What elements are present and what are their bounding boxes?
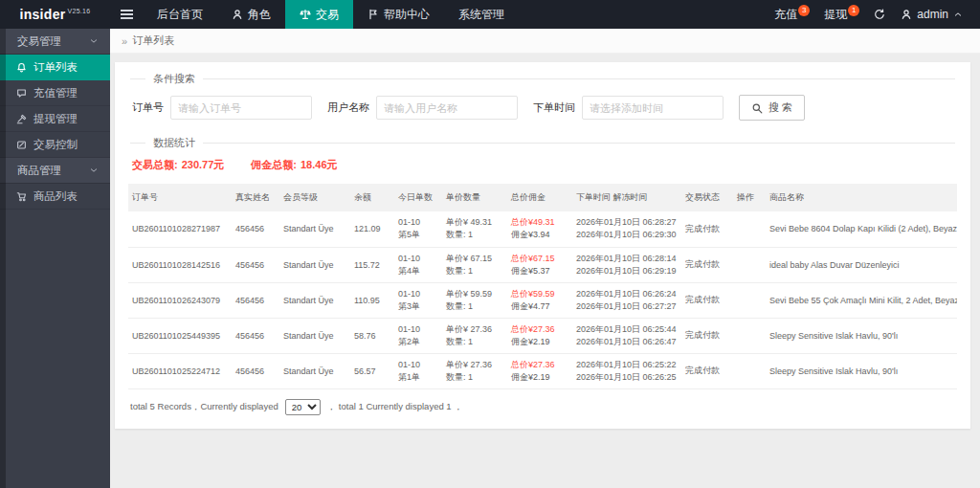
table-row: UB2601101028142516 456456 Standart Üye 1… xyxy=(128,247,957,282)
nav-item-trade[interactable]: 交易 xyxy=(285,0,353,29)
today-count: 第5单 xyxy=(398,229,438,241)
column-header: 交易状态 xyxy=(681,184,733,211)
recharge-badge: 3 xyxy=(798,5,810,16)
user-name-input[interactable] xyxy=(376,96,518,120)
pagination-prefix: total 5 Records，Currently displayed xyxy=(130,401,278,413)
table-row: UB2601101028271987 456456 Standart Üye 1… xyxy=(128,211,957,247)
cell-times: 2026年01月10日 06:25:22 2026年01月10日 06:26:2… xyxy=(572,353,681,388)
order-time: 2026年01月10日 06:28:27 xyxy=(576,216,678,229)
cell-balance: 121.09 xyxy=(350,211,394,247)
sidebar-group-trade[interactable]: 交易管理 xyxy=(0,29,110,55)
column-header: 总价佣金 xyxy=(507,184,572,211)
nav-item-help[interactable]: 帮助中心 xyxy=(353,0,444,29)
cell-action xyxy=(733,353,766,388)
total-commission-label: 佣金总额: xyxy=(251,158,297,172)
cell-action xyxy=(733,282,766,318)
nav-item-home[interactable]: 后台首页 xyxy=(143,0,217,29)
orders-table-body: UB2601101028271987 456456 Standart Üye 1… xyxy=(128,211,957,388)
commission: 佣金¥3.94 xyxy=(511,229,568,241)
unit-price: 单价¥ 59.59 xyxy=(446,288,503,300)
user-menu[interactable]: admin xyxy=(895,8,969,21)
cell-level: Standart Üye xyxy=(279,247,350,282)
cell-status: 完成付款 xyxy=(681,211,733,247)
breadcrumb: » 订单列表 xyxy=(110,29,980,54)
scales-icon xyxy=(300,9,311,20)
today-date: 01-10 xyxy=(398,253,438,265)
today-date: 01-10 xyxy=(398,288,438,300)
column-header: 下单时间 解冻时间 xyxy=(572,184,681,211)
cell-today-orders: 01-10 第5单 xyxy=(394,211,442,247)
cell-balance: 110.95 xyxy=(350,282,394,318)
orders-table-head: 订单号真实姓名会员等级余额今日单数单价数量总价佣金下单时间 解冻时间交易状态操作… xyxy=(128,184,957,211)
user-icon xyxy=(901,9,912,20)
cell-balance: 115.72 xyxy=(350,247,394,282)
order-time: 2026年01月10日 06:25:22 xyxy=(576,359,678,371)
total-price: 总价¥27.36 xyxy=(511,359,568,371)
cell-total-commission: 总价¥67.15 佣金¥5.37 xyxy=(507,247,572,282)
cell-unit-price-qty: 单价¥ 59.59 数量: 1 xyxy=(442,282,507,318)
nav-item-trade-label: 交易 xyxy=(316,7,339,23)
today-count: 第3单 xyxy=(398,300,438,313)
cell-total-commission: 总价¥27.36 佣金¥2.19 xyxy=(507,353,572,388)
search-button[interactable]: 搜 索 xyxy=(739,95,805,121)
unfreeze-time: 2026年01月10日 06:29:19 xyxy=(576,265,678,277)
recharge-link-label: 充值 xyxy=(774,8,797,21)
cell-action xyxy=(733,318,766,353)
cell-real-name: 456456 xyxy=(232,353,279,388)
stats-legend: 数据统计 xyxy=(145,136,203,150)
cell-status: 完成付款 xyxy=(681,318,733,353)
column-header: 余额 xyxy=(350,184,394,211)
withdraw-link[interactable]: 提现 1 xyxy=(814,7,857,23)
sidebar-item-trade-control[interactable]: 交易控制 xyxy=(0,132,110,158)
cell-status: 完成付款 xyxy=(681,247,733,282)
nav-item-system[interactable]: 系统管理 xyxy=(444,0,519,29)
unit-price: 单价¥ 27.36 xyxy=(446,359,503,371)
sidebar-item-product-list[interactable]: 商品列表 xyxy=(0,184,110,210)
cell-today-orders: 01-10 第2单 xyxy=(394,318,442,353)
order-time: 2026年01月10日 06:25:44 xyxy=(576,323,678,336)
unfreeze-time: 2026年01月10日 06:29:30 xyxy=(576,229,678,241)
sidebar-group-products-label: 商品管理 xyxy=(17,164,61,178)
cart-icon xyxy=(16,191,27,202)
cell-today-orders: 01-10 第4单 xyxy=(394,247,442,282)
quantity: 数量: 1 xyxy=(446,265,503,277)
cell-order-no: UB2601101025449395 xyxy=(128,318,232,353)
sidebar-item-recharge[interactable]: 充值管理 xyxy=(0,80,110,106)
app-logo: insider V25.16 xyxy=(0,0,110,29)
orders-table-header-row: 订单号真实姓名会员等级余额今日单数单价数量总价佣金下单时间 解冻时间交易状态操作… xyxy=(128,184,957,211)
sidebar-group-products[interactable]: 商品管理 xyxy=(0,158,110,184)
app-logo-text: insider xyxy=(19,7,65,22)
cell-action xyxy=(733,211,766,247)
order-time: 2026年01月10日 06:28:14 xyxy=(576,253,678,265)
cell-unit-price-qty: 单价¥ 27.36 数量: 1 xyxy=(442,318,507,353)
sidebar-item-withdraw[interactable]: 提现管理 xyxy=(0,106,110,132)
withdraw-badge: 1 xyxy=(848,5,859,16)
stats-row: 交易总额: 230.77元 佣金总额: 18.46元 xyxy=(128,150,957,182)
refresh-button[interactable] xyxy=(864,9,895,20)
recharge-link[interactable]: 充值 3 xyxy=(765,7,807,23)
cell-real-name: 456456 xyxy=(232,282,279,318)
cell-total-commission: 总价¥27.36 佣金¥2.19 xyxy=(507,318,572,353)
sidebar-item-orders[interactable]: 订单列表 xyxy=(0,55,110,80)
nav-item-roles[interactable]: 角色 xyxy=(217,0,285,29)
today-date: 01-10 xyxy=(398,216,438,229)
cell-product: Sevi Bebe 55 Çok Amaçlı Mini Kilit, 2 Ad… xyxy=(766,282,957,318)
cell-order-no: UB2601101025224712 xyxy=(128,353,232,388)
cell-times: 2026年01月10日 06:26:24 2026年01月10日 06:27:2… xyxy=(572,282,681,318)
page-size-select[interactable]: 20 xyxy=(285,399,321,415)
search-button-label: 搜 索 xyxy=(768,100,792,115)
quantity: 数量: 1 xyxy=(446,300,503,313)
refresh-icon xyxy=(874,9,885,20)
column-header: 操作 xyxy=(733,184,766,211)
menu-toggle-icon[interactable] xyxy=(110,0,143,29)
order-no-input[interactable] xyxy=(170,96,312,120)
order-time-input[interactable] xyxy=(582,96,724,120)
cell-balance: 56.57 xyxy=(350,353,394,388)
user-name-field: 用户名称 xyxy=(327,96,518,120)
sidebar-item-orders-label: 订单列表 xyxy=(33,60,78,75)
total-price: 总价¥27.36 xyxy=(511,323,568,336)
cell-order-no: UB2601101026243079 xyxy=(128,282,232,318)
cell-product: Sleepy Sensitive Islak Havlu, 90'lı xyxy=(766,318,957,353)
cell-order-no: UB2601101028271987 xyxy=(128,211,232,247)
unit-price: 单价¥ 67.15 xyxy=(446,253,503,265)
